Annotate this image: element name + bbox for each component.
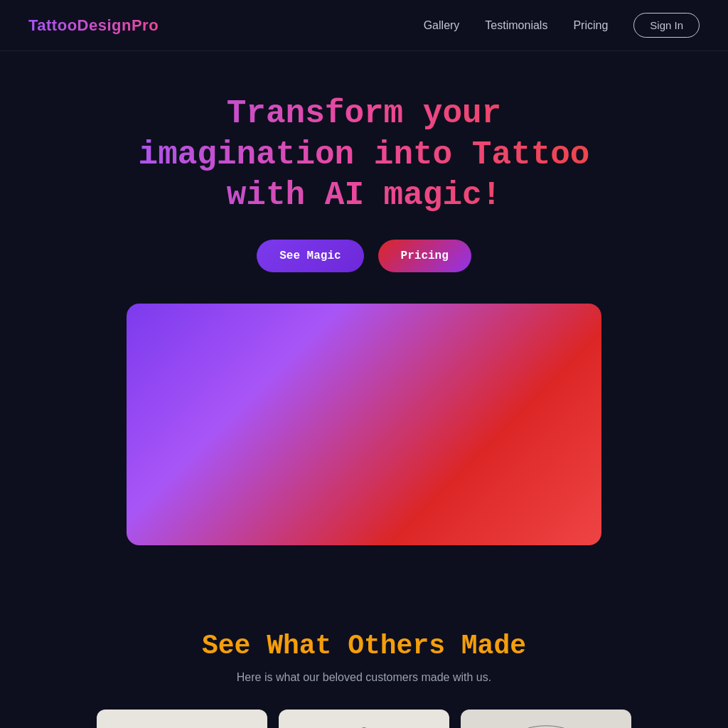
nav-logo[interactable]: TattooDesignPro <box>28 16 159 35</box>
nav-gallery[interactable]: Gallery <box>424 19 460 32</box>
gallery-card-dragon <box>97 710 267 729</box>
pricing-button[interactable]: Pricing <box>378 240 471 272</box>
woman-svg <box>287 718 441 729</box>
hero-section: Transform your imagination into Tattoo w… <box>0 51 728 616</box>
gallery-subtitle: Here is what our beloved customers made … <box>28 671 700 684</box>
hero-preview-image <box>127 304 601 545</box>
svg-point-14 <box>477 725 615 728</box>
gallery-card-woman <box>279 710 449 729</box>
nav-links: Gallery Testimonials Pricing Sign In <box>424 13 700 38</box>
dragon-svg <box>105 718 259 729</box>
gallery-title: See What Others Made <box>28 631 700 661</box>
see-magic-button[interactable]: See Magic <box>257 240 363 272</box>
hero-buttons: See Magic Pricing <box>257 240 471 272</box>
gallery-card-wolf <box>461 710 631 729</box>
nav-pricing[interactable]: Pricing <box>573 19 608 32</box>
wolf-svg <box>469 718 623 729</box>
gallery-section: See What Others Made Here is what our be… <box>0 616 728 729</box>
gallery-grid <box>28 710 700 729</box>
nav-testimonials[interactable]: Testimonials <box>485 19 547 32</box>
navbar: TattooDesignPro Gallery Testimonials Pri… <box>0 0 728 51</box>
signin-button[interactable]: Sign In <box>633 13 700 38</box>
hero-title: Transform your imagination into Tattoo w… <box>115 94 613 217</box>
